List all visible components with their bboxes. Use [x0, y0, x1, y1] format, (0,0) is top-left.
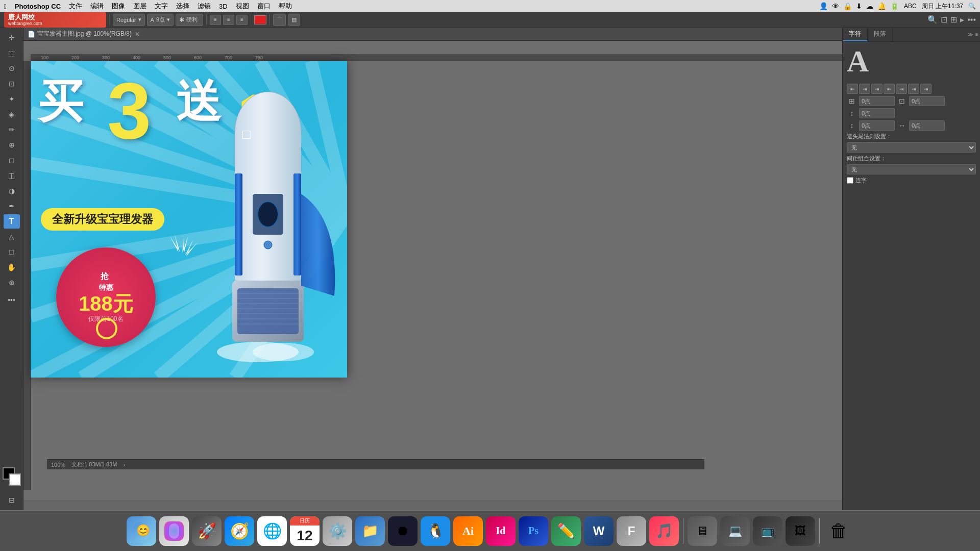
dock-illustrator[interactable]: Ai: [453, 516, 483, 546]
doc-close[interactable]: ✕: [135, 31, 140, 38]
big-A-display: A: [847, 46, 869, 77]
dock-screen1[interactable]: 🖥: [688, 516, 717, 546]
indent-right-field[interactable]: 0点: [909, 96, 945, 106]
justify-left-btn[interactable]: ⇤: [884, 84, 895, 94]
menu-file[interactable]: 文件: [69, 2, 82, 11]
dodge-tool[interactable]: ◑: [4, 184, 20, 198]
app-name[interactable]: Photoshop CC: [15, 3, 61, 10]
heal-tool[interactable]: ◈: [4, 107, 20, 121]
unit-btn[interactable]: ✱ 磅利: [176, 14, 203, 26]
panel-menu-icon[interactable]: ≡: [975, 32, 978, 37]
brush-tool[interactable]: ✏: [4, 122, 20, 137]
dock-screen3[interactable]: 📺: [753, 516, 782, 546]
status-arrow[interactable]: ›: [123, 462, 125, 468]
dock-word[interactable]: W: [584, 516, 614, 546]
dots-toolbar-icon[interactable]: •••: [967, 15, 976, 24]
dock-finder-window[interactable]: 📁: [355, 516, 385, 546]
combo-select[interactable]: 无: [847, 164, 976, 174]
grid-toolbar-icon[interactable]: ⊞: [950, 15, 957, 24]
arrow-toolbar-icon[interactable]: ▸: [960, 15, 964, 24]
align-left-para-btn[interactable]: ⇤: [847, 84, 858, 94]
para-tab[interactable]: 段落: [868, 28, 893, 41]
warp-text-btn[interactable]: ⌒: [273, 14, 286, 26]
space-before-field[interactable]: 0点: [859, 108, 895, 118]
trash-icon: 🗑: [829, 520, 848, 542]
align-right-btn[interactable]: ≡: [236, 15, 248, 25]
menu-filter[interactable]: 滤镜: [198, 2, 211, 11]
dock-indesign[interactable]: Id: [486, 516, 516, 546]
dock-siri[interactable]: [159, 516, 189, 546]
menu-edit[interactable]: 编辑: [90, 2, 104, 11]
eye-icon: 👁: [832, 2, 839, 10]
qq-icon: 🐧: [427, 522, 445, 539]
extra-bottom[interactable]: ⊟: [4, 493, 20, 507]
menu-image[interactable]: 图像: [112, 2, 125, 11]
eyedrop-tool[interactable]: ✦: [4, 92, 20, 106]
align-center-btn[interactable]: ≡: [223, 15, 234, 25]
hand-tool[interactable]: ✋: [4, 260, 20, 274]
combo-label: 间距组合设置：: [847, 155, 886, 162]
dock-safari[interactable]: 🧭: [225, 516, 254, 546]
pen-tool[interactable]: ✒: [4, 199, 20, 213]
space-after-field[interactable]: 0点: [859, 120, 895, 131]
doc-tab[interactable]: 📄 宝宝发器主图.jpg @ 100%(RGB/8) ✕: [23, 28, 842, 41]
dock-calendar[interactable]: 日历 12: [290, 516, 320, 546]
dock-music[interactable]: 🎵: [649, 516, 679, 546]
align-center-para-btn[interactable]: ⇥: [859, 84, 870, 94]
dock-screen2[interactable]: 💻: [720, 516, 750, 546]
align-left-btn[interactable]: ≡: [210, 15, 221, 25]
background-color[interactable]: [9, 473, 21, 486]
char-tab[interactable]: 字符: [843, 28, 868, 41]
clone-tool[interactable]: ⊕: [4, 138, 20, 152]
panels-btn[interactable]: ▤: [288, 14, 300, 26]
ligature-checkbox[interactable]: [847, 177, 853, 184]
lasso-tool[interactable]: ⊙: [4, 61, 20, 76]
justify-right-btn[interactable]: ⇥: [908, 84, 919, 94]
dock-chrome[interactable]: 🌐: [257, 516, 287, 546]
move-tool[interactable]: ✛: [4, 31, 20, 45]
font-size-btn[interactable]: A 9点 ▾: [147, 14, 174, 26]
panel-expand-icon[interactable]: ≫: [968, 32, 973, 37]
text-tool[interactable]: T: [4, 214, 20, 229]
dock-fontbook[interactable]: F: [617, 516, 646, 546]
menu-search[interactable]: 🔍: [968, 3, 976, 10]
dock-obs[interactable]: ⏺: [388, 516, 418, 546]
avoid-rule-select[interactable]: 无: [847, 142, 976, 153]
zoom-tool[interactable]: ⊕: [4, 276, 20, 290]
dock-launchpad[interactable]: 🚀: [192, 516, 222, 546]
path-tool[interactable]: △: [4, 230, 20, 244]
dock-screen4[interactable]: 🖼: [786, 516, 815, 546]
menu-window[interactable]: 窗口: [257, 2, 271, 11]
menu-text[interactable]: 文字: [155, 2, 168, 11]
crop-tool[interactable]: ⊡: [4, 77, 20, 91]
eraser-tool[interactable]: ◻: [4, 153, 20, 167]
extra-tools[interactable]: •••: [4, 293, 20, 307]
menu-3d[interactable]: 3D: [219, 3, 228, 10]
gradient-tool[interactable]: ◫: [4, 168, 20, 183]
dock-photoshop[interactable]: Ps: [519, 516, 548, 546]
shape-tool[interactable]: □: [4, 245, 20, 259]
color-boxes[interactable]: [3, 467, 21, 486]
space-extra-field[interactable]: 0点: [909, 120, 945, 131]
resize-toolbar-icon[interactable]: ⊡: [941, 15, 947, 24]
text-color-swatch[interactable]: [254, 15, 266, 24]
align-right-para-btn[interactable]: ⇥: [871, 84, 883, 94]
font-family-btn[interactable]: Regular ▾: [113, 14, 145, 26]
dock-qq[interactable]: 🐧: [421, 516, 450, 546]
search-toolbar-icon[interactable]: 🔍: [927, 15, 938, 24]
marquee-tool[interactable]: ⬚: [4, 46, 20, 60]
dock-system-prefs[interactable]: ⚙️: [323, 516, 352, 546]
dock-finder[interactable]: 😊: [127, 516, 156, 546]
apple-menu[interactable]: : [4, 3, 7, 10]
indent-left-field[interactable]: 0点: [859, 96, 895, 106]
space-after-icon: ↕: [847, 121, 857, 130]
dock-trash[interactable]: 🗑: [824, 516, 853, 546]
dock-pencil[interactable]: ✏️: [551, 516, 581, 546]
menu-select[interactable]: 选择: [176, 2, 189, 11]
justify-all-btn[interactable]: ⇥: [920, 84, 932, 94]
svg-point-23: [258, 202, 278, 227]
menu-layer[interactable]: 图层: [133, 2, 146, 11]
justify-center-btn[interactable]: ⇥: [896, 84, 907, 94]
menu-help[interactable]: 帮助: [279, 2, 292, 11]
menu-view[interactable]: 视图: [236, 2, 249, 11]
